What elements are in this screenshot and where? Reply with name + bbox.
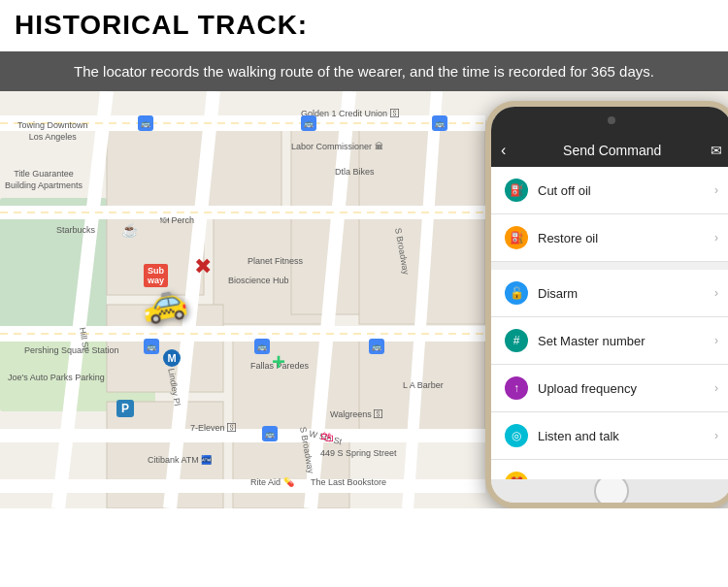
map-icon-transit6: 🚌 xyxy=(144,339,159,354)
car-icon: 🚕 xyxy=(138,277,190,326)
map-label-bioscience: Bioscience Hub xyxy=(228,276,289,285)
map-label-7eleven: 7-Eleven 🅂 xyxy=(190,423,236,433)
cut-off-oil-chevron: › xyxy=(714,183,718,197)
restore-oil-icon: ⛽ xyxy=(505,226,528,249)
nav-title: Send Command xyxy=(513,143,711,158)
cut-off-oil-icon: ⛽ xyxy=(505,179,528,202)
map-label-bookstore: The Last Bookstore xyxy=(311,477,386,487)
command-listen-talk[interactable]: ◎ Listen and talk › xyxy=(491,412,728,460)
set-master-chevron: › xyxy=(714,334,718,347)
map-label-labarber: L A Barber xyxy=(403,380,444,390)
map-icon-transit3: 🚌 xyxy=(432,115,447,131)
header-section: HISTORICAL TRACK: xyxy=(0,0,728,46)
map-label-riteaid: Rite Aid 💊 xyxy=(250,477,294,487)
command-set-timezone[interactable]: ⏰ Set Timezone › xyxy=(491,460,728,479)
listen-talk-icon: ◎ xyxy=(505,424,528,447)
set-master-label: Set Master number xyxy=(538,334,714,348)
set-timezone-icon: ⏰ xyxy=(505,472,528,479)
map-icon-transit7: 🚌 xyxy=(262,426,278,441)
map-label-joesparking: Joe's Auto Parks Parking xyxy=(8,373,105,384)
back-button[interactable]: ‹ xyxy=(501,142,506,159)
phone-nav-bar: ‹ Send Command ✉ xyxy=(491,134,728,167)
map-container: Towing DowntownLos Angeles Title Guarant… xyxy=(0,91,728,508)
command-cut-off-oil[interactable]: ⛽ Cut off oil › xyxy=(491,167,728,214)
map-icon-transit5: 🚌 xyxy=(254,339,270,354)
cut-off-oil-label: Cut off oil xyxy=(538,183,714,198)
disarm-chevron: › xyxy=(714,286,718,300)
command-restore-oil[interactable]: ⛽ Restore oil › xyxy=(491,214,728,262)
map-label-labor: Labor Commissioner 🏛 xyxy=(291,142,383,151)
upload-freq-icon: ↑ xyxy=(505,376,528,400)
map-icon-transit1: 🚌 xyxy=(138,115,153,131)
set-timezone-chevron: › xyxy=(714,476,718,479)
phone-mockup: ‹ Send Command ✉ ⛽ Cut off oil › ⛽ Resto… xyxy=(485,101,728,508)
phone-camera xyxy=(608,116,615,124)
nav-message-icon: ✉ xyxy=(711,143,722,158)
map-label-449spring: 449 S Spring Street xyxy=(320,448,397,458)
subtitle-bar: The locator records the walking route of… xyxy=(0,51,728,91)
map-label-planet-fitness: Planet Fitness xyxy=(248,256,303,266)
upload-freq-label: Upload frequency xyxy=(538,381,714,396)
map-label-towing: Towing DowntownLos Angeles xyxy=(17,120,88,143)
map-icon-starbucks: ☕ xyxy=(121,222,138,238)
svg-rect-12 xyxy=(359,120,485,208)
listen-talk-label: Listen and talk xyxy=(538,429,714,443)
disarm-label: Disarm xyxy=(538,286,714,301)
disarm-icon: 🔓 xyxy=(505,281,528,305)
page-title: HISTORICAL TRACK: xyxy=(15,10,713,41)
map-label-pershing: Pershing Square Station xyxy=(24,345,119,355)
set-timezone-label: Set Timezone xyxy=(538,476,714,480)
map-label-dtla: Dtla Bikes xyxy=(335,167,375,177)
map-parking-icon: P xyxy=(116,400,134,417)
map-incident-marker: ✖ xyxy=(194,254,212,279)
command-upload-freq[interactable]: ↑ Upload frequency › xyxy=(491,365,728,412)
map-label-walgreens: Walgreens 🅂 xyxy=(330,409,382,419)
command-list: ⛽ Cut off oil › ⛽ Restore oil › 🔓 Disarm… xyxy=(491,167,728,479)
listen-talk-chevron: › xyxy=(714,429,718,442)
restore-oil-label: Restore oil xyxy=(538,231,714,245)
set-master-icon: # xyxy=(505,329,528,352)
map-icon-transit2: 🚌 xyxy=(301,115,316,131)
command-disarm[interactable]: 🔓 Disarm › xyxy=(491,270,728,317)
map-label-title: Title GuaranteeBuilding Apartments xyxy=(5,169,83,191)
upload-freq-chevron: › xyxy=(714,381,718,395)
phone-screen: ‹ Send Command ✉ ⛽ Cut off oil › ⛽ Resto… xyxy=(491,134,728,479)
map-label-perch: 🍽 Perch xyxy=(160,215,194,225)
command-separator xyxy=(491,262,728,270)
phone-home-indicator xyxy=(491,479,728,503)
map-icon-transit4: 🚌 xyxy=(369,339,384,354)
restore-oil-chevron: › xyxy=(714,231,718,245)
map-icon-walgreens-store: 🛍 xyxy=(320,429,334,444)
command-set-master[interactable]: # Set Master number › xyxy=(491,317,728,365)
svg-rect-3 xyxy=(107,120,281,208)
phone-top-bar xyxy=(491,107,728,134)
map-metro-icon: M xyxy=(163,349,181,367)
map-label-starbucks: Starbucks xyxy=(56,225,95,235)
map-label-citibank: Citibank ATM 🏧 xyxy=(148,455,212,465)
subtitle-text: The locator records the walking route of… xyxy=(74,63,654,80)
map-plus-icon: + xyxy=(272,348,285,375)
